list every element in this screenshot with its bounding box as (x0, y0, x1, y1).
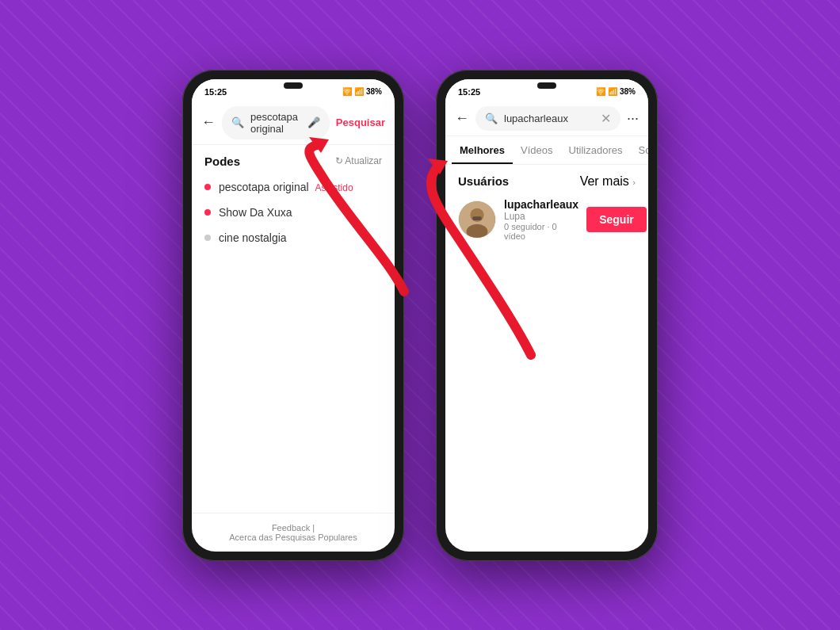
username-0: lupacharleaux (504, 198, 578, 211)
dot-red-0 (204, 184, 211, 190)
phone-2-screen: 15:25 🛜 📶 38% ← 🔍 lupacharleaux ✕ ··· (445, 79, 648, 552)
footer-1: Feedback | Acerca das Pesquisas Populare… (192, 513, 395, 552)
wifi-icon-2: 🛜 (596, 87, 605, 96)
search-bar-1: ← 🔍 pescotapa original 🎤 Pesquisar (192, 101, 395, 145)
users-section: Usuários Ver mais › (445, 165, 648, 250)
user-avatar-0[interactable] (458, 200, 496, 239)
suggestion-item-1[interactable]: Show Da Xuxa (192, 200, 395, 225)
follow-button-0[interactable]: Seguir (586, 207, 647, 232)
refresh-button[interactable]: ↻ Atualizar (335, 155, 382, 166)
tab-videos[interactable]: Vídeos (513, 136, 560, 164)
phone-1: 15:25 🛜 📶 38% ← 🔍 pescotapa original 🎤 P… (182, 70, 404, 561)
search-bar-2: ← 🔍 lupacharleaux ✕ ··· (445, 101, 648, 136)
tab-melhores[interactable]: Melhores (452, 136, 513, 164)
more-options-2[interactable]: ··· (627, 110, 639, 127)
phone-2-frame: 15:25 🛜 📶 38% ← 🔍 lupacharleaux ✕ ··· (436, 70, 658, 561)
search-icon-1: 🔍 (231, 116, 244, 128)
ver-mais-button[interactable]: Ver mais › (580, 174, 636, 189)
status-icons-1: 🛜 📶 38% (342, 87, 382, 96)
wifi-icon-1: 🛜 (342, 87, 352, 96)
search-button-1[interactable]: Pesquisar (336, 116, 385, 128)
back-button-2[interactable]: ← (455, 110, 469, 127)
assistido-badge-0: Assistido (315, 182, 353, 193)
clear-icon-2[interactable]: ✕ (601, 111, 611, 126)
search-input-container-1[interactable]: 🔍 pescotapa original 🎤 (222, 106, 330, 139)
back-button-1[interactable]: ← (201, 114, 216, 131)
search-input-container-2[interactable]: 🔍 lupacharleaux ✕ (475, 106, 620, 131)
phone-1-frame: 15:25 🛜 📶 38% ← 🔍 pescotapa original 🎤 P… (182, 70, 404, 561)
search-query-2: lupacharleaux (504, 113, 594, 124)
time-1: 15:25 (204, 87, 227, 97)
suggestion-text-0: pescotapa original Assistido (219, 181, 353, 193)
search-query-1: pescotapa original (250, 111, 301, 135)
signal-icon-2: 📶 (608, 87, 617, 96)
ver-mais-arrow: › (632, 178, 636, 187)
time-2: 15:25 (458, 87, 480, 97)
phone-1-notch (284, 82, 303, 89)
suggestion-item-2[interactable]: cine nostalgia (192, 225, 395, 250)
popular-text: Acerca das Pesquisas Populares (204, 533, 382, 542)
tab-utilizadores[interactable]: Utilizadores (561, 136, 631, 164)
tab-sons[interactable]: Sons (630, 136, 648, 164)
suggestions-header: Podes ↻ Atualizar (192, 145, 395, 174)
search-icon-2: 🔍 (485, 113, 498, 124)
svg-rect-4 (472, 216, 482, 220)
user-fullname-0: Lupa (504, 211, 578, 222)
users-header: Usuários Ver mais › (458, 174, 636, 189)
dot-red-1 (204, 209, 211, 216)
phone-1-screen: 15:25 🛜 📶 38% ← 🔍 pescotapa original 🎤 P… (192, 79, 395, 552)
battery-2: 38% (620, 87, 636, 96)
phone-2-notch (537, 82, 556, 89)
users-title: Usuários (458, 174, 509, 188)
battery-1: 38% (366, 87, 382, 96)
suggestions-title: Podes (204, 155, 240, 168)
user-stats-0: 0 seguidor · 0 vídeo (504, 222, 578, 241)
suggestion-item-0[interactable]: pescotapa original Assistido (192, 174, 395, 200)
signal-icon-1: 📶 (354, 87, 364, 96)
status-icons-2: 🛜 📶 38% (596, 87, 636, 96)
dot-gray-2 (204, 235, 211, 241)
avatar-image-0 (459, 201, 495, 238)
suggestion-text-2: cine nostalgia (219, 231, 287, 244)
tabs-bar-2: Melhores Vídeos Utilizadores Sons (445, 136, 648, 165)
suggestion-text-1: Show Da Xuxa (219, 206, 292, 219)
user-card-0: lupacharleaux Lupa 0 seguidor · 0 vídeo … (458, 198, 636, 241)
phone-2: 15:25 🛜 📶 38% ← 🔍 lupacharleaux ✕ ··· (436, 70, 658, 561)
user-info-0: lupacharleaux Lupa 0 seguidor · 0 vídeo (504, 198, 578, 241)
feedback-text: Feedback | (204, 523, 382, 533)
mic-icon-1[interactable]: 🎤 (307, 116, 320, 128)
